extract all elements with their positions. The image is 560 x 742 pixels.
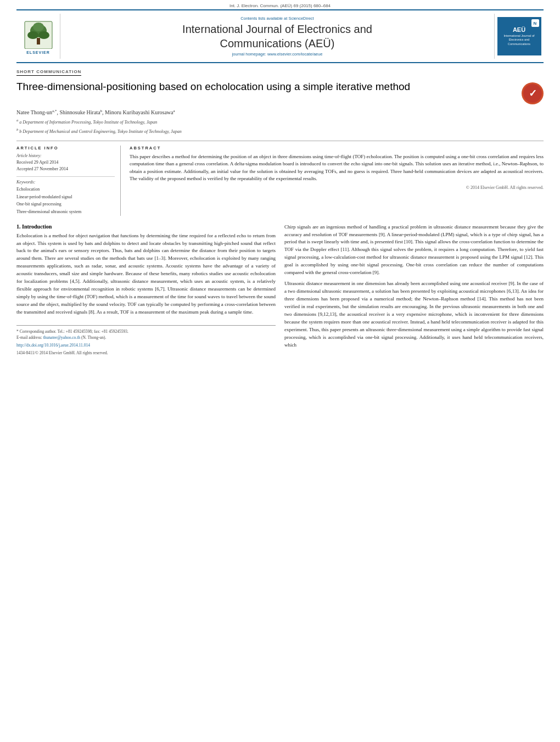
keyword-2: Linear-period-modulated signal bbox=[16, 193, 115, 201]
homepage-url[interactable]: www.elsevier.com/locate/aeue bbox=[267, 52, 322, 57]
footnote-star: * Corresponding author. Tel.: +81 459245… bbox=[16, 328, 276, 334]
keyword-4: Three-dimensional ultrasonic system bbox=[16, 208, 115, 216]
abstract-header: ABSTRACT bbox=[130, 146, 544, 150]
body-two-col: 1. Introduction Echolocation is a method… bbox=[16, 224, 544, 356]
svg-point-5 bbox=[33, 23, 44, 31]
section1-paragraph3: Ultrasonic distance measurement in one d… bbox=[284, 280, 544, 349]
sciencedirect-link[interactable]: Contents lists available at ScienceDirec… bbox=[66, 16, 489, 21]
page-wrapper: Int. J. Electron. Commun. (AEÜ) 69 (2015… bbox=[0, 0, 560, 742]
affiliations: a a Department of Information Processing… bbox=[16, 118, 544, 135]
article-info-header: ARTICLE INFO bbox=[16, 146, 115, 150]
top-citation-bar: Int. J. Electron. Commun. (AEÜ) 69 (2015… bbox=[0, 0, 560, 9]
journal-title-area: Contents lists available at ScienceDirec… bbox=[60, 14, 494, 59]
elsevier-logo-left: ELSEVIER bbox=[16, 14, 60, 59]
article-title: Three-dimensional-positioning based on e… bbox=[16, 80, 522, 94]
article-info-column: ARTICLE INFO Article history: Received 2… bbox=[16, 146, 121, 216]
svg-rect-1 bbox=[37, 38, 40, 44]
divider bbox=[16, 176, 115, 177]
accepted-date: Accepted 27 November 2014 bbox=[16, 166, 115, 173]
keyword-1: Echolocation bbox=[16, 186, 115, 193]
svg-point-3 bbox=[27, 31, 38, 39]
abstract-column: ABSTRACT This paper describes a method f… bbox=[130, 146, 544, 216]
keywords-list: Echolocation Linear-period-modulated sig… bbox=[16, 186, 115, 215]
journal-logo-box: AEÜ International Journal ofElectronics … bbox=[497, 17, 541, 55]
body-right-column: Chirp signals are an ingenious method of… bbox=[284, 224, 544, 356]
footnote-email: E-mail address: thunatee@yahoo.co.th (N.… bbox=[16, 334, 276, 341]
received-date: Received 29 April 2014 bbox=[16, 159, 115, 166]
keywords-label: Keywords: bbox=[16, 180, 115, 185]
svg-text:✓: ✓ bbox=[529, 88, 537, 99]
article-content: SHORT COMMUNICATION Three-dimensional-po… bbox=[0, 63, 560, 367]
affiliation-b: b b Department of Mechanical and Control… bbox=[16, 127, 544, 135]
email-link[interactable]: thunatee@yahoo.co.th bbox=[43, 335, 80, 340]
citation-text: Int. J. Electron. Commun. (AEÜ) 69 (2015… bbox=[229, 3, 331, 8]
elsevier-label: ELSEVIER bbox=[26, 51, 50, 54]
abstract-text: This paper describes a method for determ… bbox=[130, 153, 544, 183]
article-history-dates: Received 29 April 2014 Accepted 27 Novem… bbox=[16, 159, 115, 174]
journal-header: ELSEVIER Contents lists available at Sci… bbox=[16, 9, 544, 63]
section1-title: 1. Introduction bbox=[16, 224, 276, 230]
journal-homepage: journal homepage: www.elsevier.com/locat… bbox=[66, 52, 489, 57]
article-history-label: Article history: bbox=[16, 153, 115, 158]
affiliation-a: a a Department of Information Processing… bbox=[16, 118, 544, 126]
issn-line: 1434-8411/© 2014 Elsevier GmbH. All righ… bbox=[16, 350, 276, 356]
section1-paragraph1: Echolocation is a method for object navi… bbox=[16, 232, 276, 316]
journal-logo-right: AEÜ International Journal ofElectronics … bbox=[494, 14, 544, 59]
journal-main-title: International Journal of Electronics and… bbox=[66, 22, 489, 51]
elsevier-tree-icon bbox=[22, 19, 55, 49]
doi-link[interactable]: http://dx.doi.org/10.1016/j.aeue.2014.11… bbox=[16, 342, 276, 348]
crossmark-icon[interactable]: ✓ bbox=[522, 82, 544, 104]
copyright-line: © 2014 Elsevier GmbH. All rights reserve… bbox=[130, 185, 544, 190]
footnote-area: * Corresponding author. Tel.: +81 459245… bbox=[16, 325, 276, 356]
body-left-column: 1. Introduction Echolocation is a method… bbox=[16, 224, 276, 356]
article-type-label: SHORT COMMUNICATION bbox=[16, 69, 81, 76]
authors-line: Natee Thong-una,*, Shinnosuke Hiratab, M… bbox=[16, 109, 544, 115]
article-info-abstract-section: ARTICLE INFO Article history: Received 2… bbox=[16, 141, 544, 216]
keyword-3: One-bit signal processing bbox=[16, 200, 115, 208]
section1-paragraph2: Chirp signals are an ingenious method of… bbox=[284, 224, 544, 277]
svg-point-4 bbox=[38, 31, 49, 39]
article-title-row: Three-dimensional-positioning based on e… bbox=[16, 80, 544, 104]
